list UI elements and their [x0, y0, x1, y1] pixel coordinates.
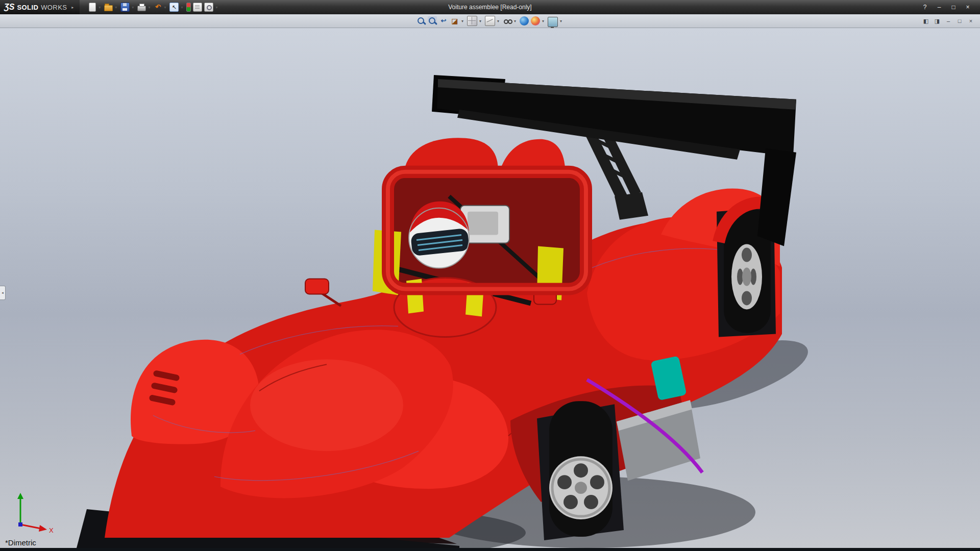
brand-name-light: WORKS	[41, 4, 67, 11]
3ds-logo-icon: ƷS	[4, 3, 14, 12]
restore-document-icon[interactable]: □	[955, 17, 964, 24]
solidworks-logo: ƷS SOLIDWORKS ▸	[0, 0, 80, 14]
minimize-document-icon[interactable]: –	[944, 17, 952, 24]
options-icon[interactable]	[204, 3, 213, 12]
taskbar-edge	[0, 548, 980, 551]
hide-show-items-icon[interactable]	[503, 16, 512, 26]
orientation-triad: X	[5, 489, 56, 535]
print-dropdown[interactable]: ▾	[148, 5, 150, 10]
window-controls: ?–□×	[920, 3, 980, 11]
section-view-dropdown[interactable]: ▾	[461, 19, 463, 23]
zoom-to-area-icon[interactable]	[428, 16, 437, 26]
featuremanager-pane-icon[interactable]: ◧	[922, 17, 930, 24]
close-document-icon[interactable]: ×	[967, 17, 975, 24]
previous-view-icon[interactable]: ↩	[439, 16, 448, 26]
apply-scene-icon[interactable]	[520, 16, 529, 26]
file-properties-icon[interactable]	[193, 3, 202, 12]
display-style-icon[interactable]	[485, 16, 495, 26]
display-style-dropdown[interactable]: ▾	[497, 19, 499, 23]
rebuild-icon[interactable]	[186, 3, 191, 12]
section-view-icon[interactable]: ◪	[450, 16, 459, 26]
document-window-controls: ◧◨–□×	[922, 14, 975, 28]
edit-appearance-dropdown[interactable]: ▾	[542, 19, 544, 23]
save-icon[interactable]	[120, 3, 130, 12]
open-document-dropdown[interactable]: ▾	[115, 5, 117, 10]
title-bar: ƷS SOLIDWORKS ▸ ▾▾▾▾↶▾↖▾▾ Voiture assemb…	[0, 0, 980, 14]
select-dropdown[interactable]: ▾	[181, 5, 183, 10]
maximize-icon[interactable]: □	[948, 3, 959, 11]
close-icon[interactable]: ×	[963, 3, 973, 11]
save-dropdown[interactable]: ▾	[132, 5, 134, 10]
front-right-wheel[interactable]	[537, 401, 624, 540]
select-icon[interactable]: ↖	[169, 3, 179, 12]
driver-helmet	[409, 202, 470, 268]
new-document-icon[interactable]	[89, 3, 96, 12]
solidworks-window: ƷS SOLIDWORKS ▸ ▾▾▾▾↶▾↖▾▾ Voiture assemb…	[0, 0, 980, 551]
options-dropdown[interactable]: ▾	[215, 5, 217, 10]
minimize-icon[interactable]: –	[934, 3, 944, 11]
brand-name-bold: SOLID	[17, 4, 38, 11]
featuremanager-collapsed-tab[interactable]: ◂	[0, 286, 6, 300]
print-icon[interactable]	[137, 6, 146, 11]
x-axis-label: X	[49, 527, 54, 534]
zoom-to-fit-icon[interactable]	[416, 16, 426, 26]
new-document-dropdown[interactable]: ▾	[99, 5, 101, 10]
hide-show-items-dropdown[interactable]: ▾	[514, 19, 516, 23]
help-icon[interactable]: ?	[920, 3, 930, 11]
view-settings-icon[interactable]	[548, 17, 558, 27]
heads-up-toolbar-row: ↩◪▾▾▾▾▾▾ ◧◨–□×	[0, 14, 980, 28]
undo-dropdown[interactable]: ▾	[164, 5, 166, 10]
collapse-arrow-icon: ◂	[2, 291, 4, 295]
heads-up-view-toolbar: ↩◪▾▾▾▾▾▾	[416, 15, 564, 27]
left-mirror[interactable]	[305, 279, 341, 306]
display-pane-icon[interactable]: ◨	[933, 17, 941, 24]
view-settings-dropdown[interactable]: ▾	[560, 19, 562, 23]
menu-expand-icon[interactable]: ▸	[71, 5, 74, 10]
undo-icon[interactable]: ↶	[154, 3, 162, 11]
car-3d-model[interactable]	[0, 28, 980, 548]
view-orientation-dropdown[interactable]: ▾	[479, 19, 481, 23]
graphics-viewport[interactable]: ◂ X *Dimetric	[0, 28, 980, 548]
open-document-icon[interactable]	[104, 5, 113, 11]
edit-appearance-icon[interactable]	[531, 16, 540, 26]
view-orientation-icon[interactable]	[467, 16, 477, 26]
file-toolbar: ▾▾▾▾↶▾↖▾▾	[80, 3, 219, 12]
view-orientation-label: *Dimetric	[5, 538, 36, 547]
